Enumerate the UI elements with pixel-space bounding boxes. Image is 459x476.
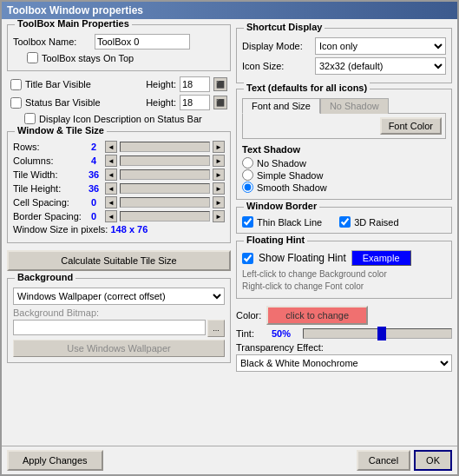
- background-group: Background Windows Wallpaper (correct of…: [7, 278, 231, 363]
- floating-hint-title: Floating Hint: [244, 235, 307, 245]
- use-wallpaper-btn[interactable]: Use Windows Wallpaper: [13, 340, 225, 357]
- status-bar-checkbox[interactable]: [10, 97, 22, 109]
- text-shadow-section: Text Shadow No Shadow Simple Shadow Smoo…: [242, 144, 446, 193]
- rows-slider[interactable]: [120, 142, 210, 152]
- color-section: Color: click to change Tint: 50% Transpa…: [236, 306, 452, 372]
- status-height-spinner[interactable]: ⬛: [213, 96, 227, 109]
- color-change-btn[interactable]: click to change: [266, 306, 368, 325]
- apply-button[interactable]: Apply Changes: [7, 450, 103, 471]
- tile-height-slider[interactable]: [120, 183, 210, 194]
- text-tab-row: Font and Size No Shadow: [242, 98, 446, 114]
- toolbox-name-input[interactable]: [95, 34, 190, 50]
- font-note: Right-click to change Font color: [242, 281, 446, 293]
- tile-height-right-arrow[interactable]: ►: [213, 182, 225, 195]
- bg-bitmap-browse-btn[interactable]: ...: [207, 320, 225, 337]
- window-border-group: Window Border Thin Black Line 3D Raised: [236, 207, 452, 234]
- toolbox-name-label: Toolbox Name:: [13, 36, 91, 47]
- transparency-label: Transparency Effect:: [236, 342, 452, 353]
- visibility-section: Title Bar Visible Height: ⬛ Status Bar V…: [7, 75, 231, 128]
- cell-spacing-slider[interactable]: [120, 197, 210, 208]
- rows-left-arrow[interactable]: ◄: [105, 141, 117, 153]
- window-size-value: 148 x 76: [111, 224, 148, 235]
- shortcut-display-title: Shortcut Display: [244, 22, 325, 32]
- simple-shadow-radio[interactable]: [242, 169, 253, 181]
- show-floating-label: Show Floating Hint: [259, 252, 346, 264]
- cell-spacing-right-arrow[interactable]: ►: [213, 196, 225, 208]
- font-color-btn[interactable]: Font Color: [380, 117, 442, 135]
- title-bar-label: Title Bar Visible: [25, 79, 91, 89]
- right-panel: Shortcut Display Display Mode: Icon only…: [236, 24, 452, 440]
- columns-left-arrow[interactable]: ◄: [105, 155, 117, 167]
- ok-button[interactable]: OK: [414, 450, 452, 471]
- tile-height-label: Tile Height:: [13, 183, 82, 194]
- bg-select[interactable]: Windows Wallpaper (correct offset): [13, 288, 225, 305]
- smooth-shadow-radio[interactable]: [242, 182, 253, 193]
- tint-thumb[interactable]: [377, 327, 386, 340]
- window-size-label: Window Size in pixels:: [13, 224, 108, 235]
- icon-desc-checkbox[interactable]: [24, 113, 36, 124]
- no-shadow-label: No Shadow: [257, 158, 306, 169]
- tile-height-value: 36: [85, 183, 102, 194]
- raised-3d-checkbox[interactable]: [339, 216, 351, 228]
- cell-spacing-label: Cell Spacing:: [13, 197, 82, 208]
- smooth-shadow-label: Smooth Shadow: [257, 182, 327, 193]
- transparency-select[interactable]: Black & White Monochrome: [236, 354, 452, 372]
- rows-value: 2: [85, 142, 102, 152]
- display-mode-select[interactable]: Icon only: [315, 37, 446, 55]
- text-defaults-title: Text (defaults for all icons): [244, 83, 370, 93]
- border-spacing-left-arrow[interactable]: ◄: [105, 210, 117, 222]
- title-height-label: Height:: [146, 79, 176, 89]
- rows-right-arrow[interactable]: ►: [213, 141, 225, 153]
- stays-on-top-checkbox[interactable]: [27, 52, 38, 63]
- title-height-input[interactable]: [180, 76, 210, 92]
- title-bar: Toolbox Window properties: [2, 2, 457, 19]
- bg-bitmap-input[interactable]: [13, 320, 206, 335]
- stays-on-top-label: ToolBox stays On Top: [42, 53, 134, 63]
- tab-no-shadow[interactable]: No Shadow: [320, 98, 389, 114]
- cell-spacing-left-arrow[interactable]: ◄: [105, 196, 117, 208]
- color-label: Color:: [236, 310, 261, 321]
- window-border-title: Window Border: [244, 201, 319, 211]
- tint-label: Tint:: [236, 328, 266, 339]
- tile-width-value: 36: [85, 169, 102, 180]
- background-title: Background: [15, 272, 75, 282]
- icon-size-select[interactable]: 32x32 (default): [315, 57, 446, 75]
- bottom-bar: Apply Changes Cancel OK: [2, 446, 457, 474]
- tab-content: Font Color: [242, 113, 446, 139]
- tile-size-group: Window & Tile Size Rows: 2 ◄ ► Columns: …: [7, 131, 231, 243]
- tint-value: 50%: [272, 328, 298, 339]
- bg-note: Left-click to change Background color: [242, 268, 446, 281]
- main-properties-title: ToolBox Main Properties: [15, 19, 132, 29]
- tile-size-title: Window & Tile Size: [15, 125, 107, 136]
- cancel-button[interactable]: Cancel: [357, 450, 410, 471]
- text-defaults-group: Text (defaults for all icons) Font and S…: [236, 89, 452, 200]
- tile-height-left-arrow[interactable]: ◄: [105, 182, 117, 195]
- shortcut-display-group: Shortcut Display Display Mode: Icon only…: [236, 28, 452, 83]
- tile-width-right-arrow[interactable]: ►: [213, 169, 225, 181]
- tile-width-slider[interactable]: [120, 169, 210, 180]
- status-bar-label: Status Bar Visible: [25, 97, 101, 108]
- show-floating-checkbox[interactable]: [242, 253, 253, 264]
- main-window: Toolbox Window properties ToolBox Main P…: [0, 0, 459, 476]
- example-btn[interactable]: Example: [351, 250, 411, 266]
- title-bar-checkbox[interactable]: [10, 79, 22, 90]
- title-height-spinner[interactable]: ⬛: [213, 77, 227, 91]
- icon-size-label: Icon Size:: [242, 61, 311, 71]
- tab-font-size[interactable]: Font and Size: [242, 98, 320, 114]
- thin-black-checkbox[interactable]: [242, 216, 253, 228]
- tint-slider[interactable]: [303, 328, 452, 339]
- floating-hint-group: Floating Hint Show Floating Hint Example…: [236, 241, 452, 299]
- border-spacing-right-arrow[interactable]: ►: [213, 210, 225, 222]
- main-properties-group: ToolBox Main Properties Toolbox Name: To…: [7, 24, 231, 71]
- status-height-input[interactable]: [180, 95, 210, 110]
- columns-slider[interactable]: [120, 155, 210, 166]
- no-shadow-radio[interactable]: [242, 157, 253, 169]
- calc-button[interactable]: Calculate Suitable Tile Size: [7, 250, 231, 271]
- icon-desc-label: Display Icon Description on Status Bar: [39, 114, 202, 124]
- tile-width-left-arrow[interactable]: ◄: [105, 169, 117, 181]
- left-panel: ToolBox Main Properties Toolbox Name: To…: [7, 24, 231, 440]
- columns-right-arrow[interactable]: ►: [213, 155, 225, 167]
- border-spacing-slider[interactable]: [120, 211, 210, 221]
- rows-label: Rows:: [13, 142, 82, 152]
- window-title: Toolbox Window properties: [7, 4, 143, 17]
